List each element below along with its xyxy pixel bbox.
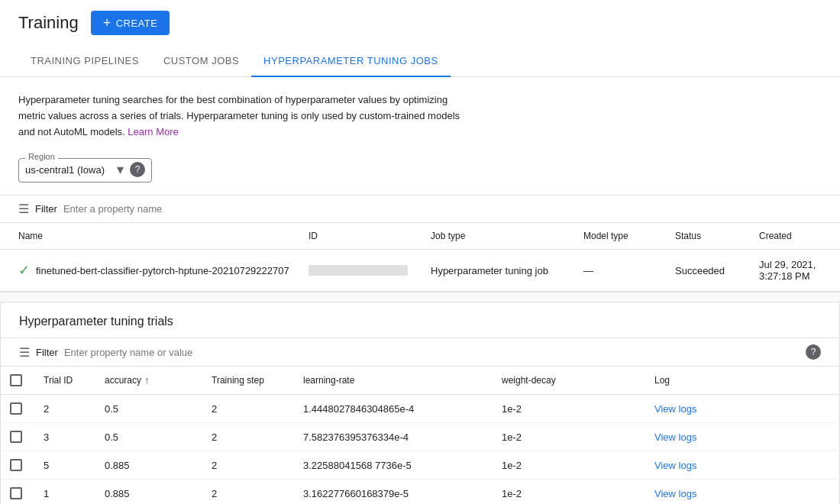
trial-row: 5 0.885 2 3.22588041568 7736e-5 1e-2 Vie… — [1, 451, 839, 480]
trials-table-header: Trial ID accuracy ↑ Training step learni… — [1, 367, 839, 395]
job-name-text[interactable]: finetuned-bert-classifier-pytorch-hptune… — [36, 265, 289, 276]
description-text: Hyperparameter tuning searches for the b… — [18, 92, 477, 140]
jobs-table-header: Name ID Job type Model type Status Creat… — [0, 223, 840, 250]
page-title: Training — [18, 13, 79, 33]
model-type-cell: — — [583, 265, 675, 276]
weight-decay-cell: 1e-2 — [502, 460, 654, 471]
col-log: Log — [654, 374, 731, 386]
job-name-cell: ✓ finetuned-bert-classifier-pytorch-hptu… — [18, 262, 309, 279]
create-label: CREATE — [116, 18, 158, 29]
learning-rate-cell: 3.162277660168379e-5 — [303, 488, 502, 499]
col-accuracy[interactable]: accuracy ↑ — [105, 374, 212, 386]
log-cell: View logs — [654, 488, 731, 499]
weight-decay-cell: 1e-2 — [502, 488, 654, 499]
row-checkbox-1[interactable] — [10, 431, 22, 443]
tab-hyperparameter-tuning-jobs[interactable]: HYPERPARAMETER TUNING JOBS — [251, 46, 451, 77]
region-select-wrapper: us-central1 (Iowa) ▾ — [25, 164, 124, 176]
col-weight-decay: weight-decay — [502, 374, 654, 386]
learning-rate-cell: 1.4448027846304865e-4 — [303, 403, 502, 415]
filter-input[interactable] — [63, 203, 822, 215]
trials-filter-input[interactable] — [64, 347, 800, 358]
id-placeholder — [309, 265, 408, 276]
trials-help-wrapper: ? — [806, 344, 821, 360]
col-created: Created — [759, 231, 822, 241]
col-trial-id: Trial ID — [44, 374, 105, 386]
job-type-cell: Hyperparameter tuning job — [431, 265, 583, 276]
col-name: Name — [18, 231, 309, 241]
trials-table-body: 2 0.5 2 1.4448027846304865e-4 1e-2 View … — [1, 395, 839, 504]
trial-id-cell: 3 — [44, 431, 105, 443]
col-learning-rate: learning-rate — [303, 374, 502, 386]
trial-row: 2 0.5 2 1.4448027846304865e-4 1e-2 View … — [1, 395, 839, 423]
region-label: Region — [25, 152, 58, 161]
training-step-cell: 2 — [212, 403, 303, 415]
job-id-cell — [309, 265, 431, 276]
trials-title: Hyperparameter tuning trials — [1, 302, 839, 338]
sort-asc-icon: ↑ — [144, 374, 150, 386]
trial-row: 1 0.885 2 3.162277660168379e-5 1e-2 View… — [1, 480, 839, 504]
trials-help-icon[interactable]: ? — [806, 344, 821, 360]
trial-id-cell: 5 — [44, 460, 105, 471]
select-all-checkbox[interactable] — [10, 374, 22, 386]
description-body: Hyperparameter tuning searches for the b… — [18, 94, 460, 137]
training-step-cell: 2 — [212, 431, 303, 443]
log-cell: View logs — [654, 460, 731, 471]
trial-row: 3 0.5 2 7.582376395376334e-4 1e-2 View l… — [1, 423, 839, 451]
accuracy-cell: 0.885 — [105, 488, 212, 499]
tab-training-pipelines[interactable]: TRAINING PIPELINES — [18, 46, 151, 77]
row-checkbox-2[interactable] — [10, 459, 22, 471]
col-training-step: Training step — [212, 374, 303, 386]
trials-filter-label: Filter — [36, 347, 58, 358]
accuracy-cell: 0.885 — [105, 460, 212, 471]
col-id: ID — [309, 231, 431, 241]
weight-decay-cell: 1e-2 — [502, 403, 654, 415]
col-checkbox — [10, 374, 44, 386]
row-checkbox-0[interactable] — [10, 402, 22, 415]
row-checkbox-cell — [10, 487, 44, 499]
accuracy-cell: 0.5 — [105, 403, 212, 415]
accuracy-cell: 0.5 — [105, 431, 212, 443]
success-icon: ✓ — [18, 262, 30, 279]
learn-more-link[interactable]: Learn More — [128, 126, 178, 137]
weight-decay-cell: 1e-2 — [502, 431, 654, 443]
training-step-cell: 2 — [212, 488, 303, 499]
region-help-icon[interactable]: ? — [130, 162, 145, 177]
filter-bar: ☰ Filter — [0, 195, 840, 223]
trials-filter-bar: ☰ Filter ? — [1, 338, 839, 367]
trial-id-cell: 2 — [44, 403, 105, 415]
log-cell: View logs — [654, 403, 731, 415]
view-logs-link[interactable]: View logs — [654, 488, 696, 499]
trials-section: Hyperparameter tuning trials ☰ Filter ? … — [0, 302, 840, 504]
jobs-table: Name ID Job type Model type Status Creat… — [0, 223, 840, 292]
filter-icon: ☰ — [18, 202, 29, 216]
row-checkbox-cell — [10, 402, 44, 415]
row-checkbox-cell — [10, 459, 44, 471]
learning-rate-cell: 7.582376395376334e-4 — [303, 431, 502, 443]
view-logs-link[interactable]: View logs — [654, 460, 696, 471]
created-cell: Jul 29, 2021, 3:27:18 PM — [759, 259, 822, 282]
tab-custom-jobs[interactable]: CUSTOM JOBS — [151, 46, 251, 77]
view-logs-link[interactable]: View logs — [654, 403, 696, 415]
status-cell: Succeeded — [675, 265, 759, 276]
description-section: Hyperparameter tuning searches for the b… — [0, 77, 840, 152]
region-section: Region us-central1 (Iowa) ▾ ? — [0, 152, 840, 195]
region-wrapper: Region us-central1 (Iowa) ▾ ? — [18, 158, 152, 183]
trials-filter-icon: ☰ — [19, 345, 30, 360]
filter-label: Filter — [35, 203, 57, 215]
table-row: ✓ finetuned-bert-classifier-pytorch-hptu… — [0, 250, 840, 292]
create-button[interactable]: + CREATE — [91, 11, 170, 35]
row-checkbox-3[interactable] — [10, 487, 22, 499]
plus-icon: + — [103, 16, 111, 30]
learning-rate-cell: 3.22588041568 7736e-5 — [303, 460, 502, 471]
trial-id-cell: 1 — [44, 488, 105, 499]
tabs-bar: TRAINING PIPELINES CUSTOM JOBS HYPERPARA… — [0, 46, 840, 77]
view-logs-link[interactable]: View logs — [654, 431, 696, 443]
log-cell: View logs — [654, 431, 731, 443]
region-select[interactable]: us-central1 (Iowa) — [25, 164, 124, 176]
col-job-type: Job type — [431, 231, 583, 241]
training-step-cell: 2 — [212, 460, 303, 471]
col-model-type: Model type — [583, 231, 675, 241]
col-status: Status — [675, 231, 759, 241]
row-checkbox-cell — [10, 431, 44, 443]
